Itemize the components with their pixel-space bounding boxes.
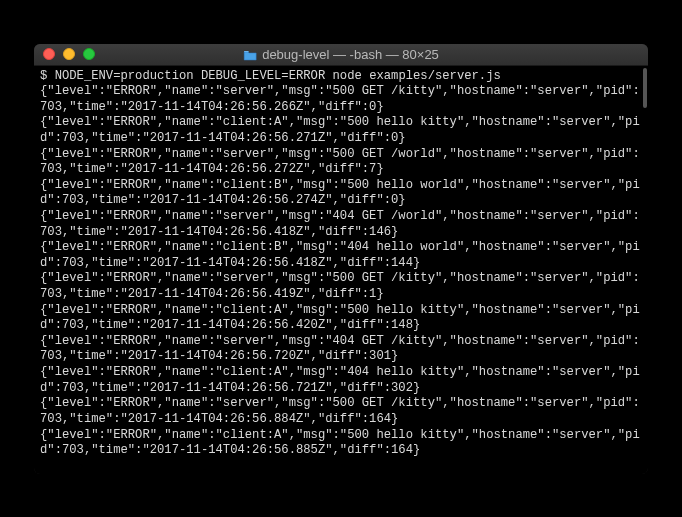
- log-output: {"level":"ERROR","name":"server","msg":"…: [40, 84, 640, 457]
- folder-icon: [243, 49, 257, 60]
- command-text: NODE_ENV=production DEBUG_LEVEL=ERROR no…: [55, 69, 501, 83]
- window-titlebar: debug-level — -bash — 80×25: [34, 44, 648, 66]
- close-button[interactable]: [43, 48, 55, 60]
- terminal-window: debug-level — -bash — 80×25 $ NODE_ENV=p…: [34, 44, 648, 474]
- scrollbar[interactable]: [643, 68, 647, 108]
- zoom-button[interactable]: [83, 48, 95, 60]
- prompt-symbol: $: [40, 69, 55, 83]
- minimize-button[interactable]: [63, 48, 75, 60]
- terminal-body[interactable]: $ NODE_ENV=production DEBUG_LEVEL=ERROR …: [34, 66, 648, 474]
- window-title-text: debug-level — -bash — 80×25: [262, 47, 439, 62]
- window-controls: [34, 48, 95, 60]
- window-title: debug-level — -bash — 80×25: [243, 47, 439, 62]
- prompt-line: $ NODE_ENV=production DEBUG_LEVEL=ERROR …: [40, 69, 501, 83]
